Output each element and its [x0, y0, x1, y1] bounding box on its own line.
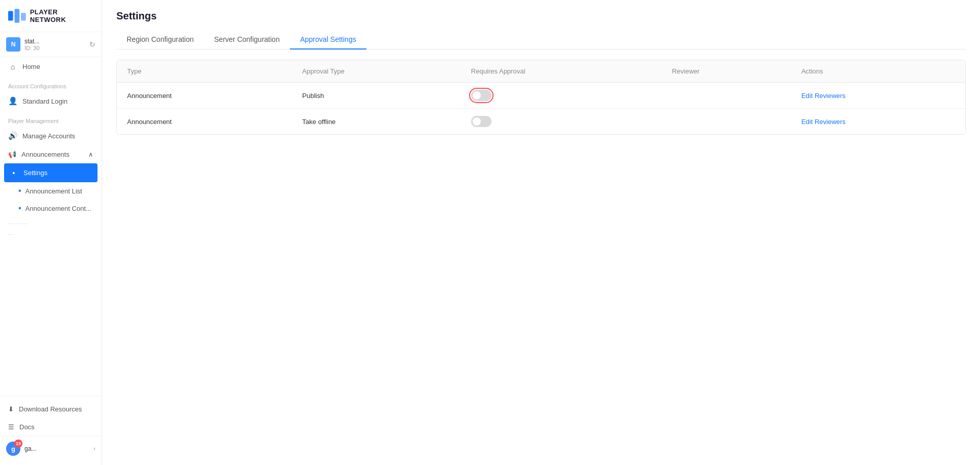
announcement-list-label: Announcement List	[26, 187, 82, 195]
page-title: Settings	[116, 10, 966, 22]
table-container: Type Approval Type Requires Approval Rev…	[102, 50, 980, 465]
manage-icon: 🔊	[8, 131, 17, 140]
user-id: ID: 30	[24, 45, 85, 51]
download-resources-label: Download Resources	[19, 405, 82, 413]
app-logo-text: PLAYER NETWORK	[30, 8, 93, 23]
toggle-offline[interactable]	[471, 116, 492, 127]
col-header-requires-approval: Requires Approval	[461, 60, 662, 83]
cell-approval-type-2: Take offline	[292, 109, 461, 135]
home-icon: ⌂	[8, 62, 17, 71]
standard-login-label: Standard Login	[22, 97, 67, 105]
docs-icon: ☰	[8, 423, 14, 431]
sidebar: PLAYER NETWORK N stat... ID: 30 ↻ ⌂ Home…	[0, 0, 102, 465]
edit-reviewers-link-2[interactable]: Edit Reviewers	[801, 118, 846, 126]
refresh-icon[interactable]: ↻	[89, 40, 95, 48]
manage-accounts-label: Manage Accounts	[22, 132, 75, 140]
cell-type-2: Announcement	[117, 109, 292, 135]
sidebar-item-docs[interactable]: ☰ Docs	[0, 418, 102, 436]
footer-username: ga...	[24, 445, 89, 452]
cell-requires-approval-1	[461, 83, 662, 109]
footer-arrow-icon: ›	[93, 445, 95, 452]
sidebar-item-announcement-list[interactable]: Announcement List	[0, 182, 102, 200]
cell-reviewer-2	[662, 109, 791, 135]
sidebar-bottom: ⬇ Download Resources ☰ Docs g 19 ga... ›	[0, 396, 102, 465]
table-wrapper: Type Approval Type Requires Approval Rev…	[116, 60, 966, 135]
user-name: stat...	[24, 38, 85, 45]
table-row: Announcement Publish	[117, 83, 965, 109]
tab-region-configuration[interactable]: Region Configuration	[116, 30, 204, 50]
cell-type-1: Announcement	[117, 83, 292, 109]
toggle-publish[interactable]	[471, 90, 492, 101]
toggle-offline-slider	[471, 116, 492, 127]
user-avatar: N	[6, 37, 20, 52]
col-header-type: Type	[117, 60, 292, 83]
col-header-reviewer: Reviewer	[662, 60, 791, 83]
announcements-group-header[interactable]: 📢 Announcements ∧	[0, 145, 102, 163]
col-header-actions: Actions	[791, 60, 965, 83]
page-header: Settings Region Configuration Server Con…	[102, 0, 980, 50]
sidebar-item-manage-accounts[interactable]: 🔊 Manage Accounts	[0, 126, 102, 145]
cell-approval-type-1: Publish	[292, 83, 461, 109]
sidebar-item-download-resources[interactable]: ⬇ Download Resources	[0, 400, 102, 418]
tabs-bar: Region Configuration Server Configuratio…	[116, 30, 966, 50]
google-avatar: g 19	[6, 442, 20, 456]
user-footer[interactable]: g 19 ga... ›	[0, 436, 102, 461]
cell-reviewer-1	[662, 83, 791, 109]
tab-server-configuration[interactable]: Server Configuration	[204, 30, 290, 50]
announcements-icon: 📢	[8, 151, 16, 158]
announcements-label: Announcements	[21, 151, 69, 158]
sidebar-item-home[interactable]: ⌂ Home	[0, 57, 102, 76]
sidebar-item-standard-login[interactable]: 👤 Standard Login	[0, 91, 102, 111]
sidebar-item-announcement-cont[interactable]: Announcement Cont...	[0, 200, 102, 217]
table-row: Announcement Take offline Edit Reviewers	[117, 109, 965, 135]
sidebar-item-settings[interactable]: • Settings	[4, 163, 97, 182]
settings-label: Settings	[23, 169, 47, 177]
docs-label: Docs	[19, 423, 35, 431]
edit-reviewers-link-1[interactable]: Edit Reviewers	[801, 92, 846, 100]
cell-actions-2: Edit Reviewers	[791, 109, 965, 135]
main-content: Settings Region Configuration Server Con…	[102, 0, 980, 465]
notification-badge: 19	[14, 439, 22, 448]
section-account-label: Account Configurations	[0, 76, 102, 91]
col-header-approval-type: Approval Type	[292, 60, 461, 83]
sidebar-logo: PLAYER NETWORK	[0, 0, 102, 32]
logo-icon	[8, 9, 26, 23]
approval-settings-table: Type Approval Type Requires Approval Rev…	[117, 60, 965, 134]
sidebar-item-home-label: Home	[22, 63, 40, 70]
table-header-row: Type Approval Type Requires Approval Rev…	[117, 60, 965, 83]
svg-rect-2	[21, 13, 26, 20]
section-player-label: Player Management	[0, 111, 102, 126]
nav-section: ⌂ Home Account Configurations 👤 Standard…	[0, 57, 102, 396]
toggle-highlighted-wrapper	[471, 90, 492, 101]
tab-approval-settings[interactable]: Approval Settings	[290, 30, 366, 50]
chevron-up-icon: ∧	[88, 151, 93, 158]
toggle-publish-slider	[471, 90, 492, 101]
svg-rect-1	[15, 9, 20, 23]
user-info-bar[interactable]: N stat... ID: 30 ↻	[0, 32, 102, 57]
person-icon: 👤	[8, 96, 17, 106]
cell-actions-1: Edit Reviewers	[791, 83, 965, 109]
cell-requires-approval-2	[461, 109, 662, 135]
svg-rect-0	[8, 11, 13, 20]
download-icon: ⬇	[8, 405, 14, 413]
settings-dot-icon: •	[9, 168, 18, 177]
announcement-cont-label: Announcement Cont...	[26, 205, 91, 212]
